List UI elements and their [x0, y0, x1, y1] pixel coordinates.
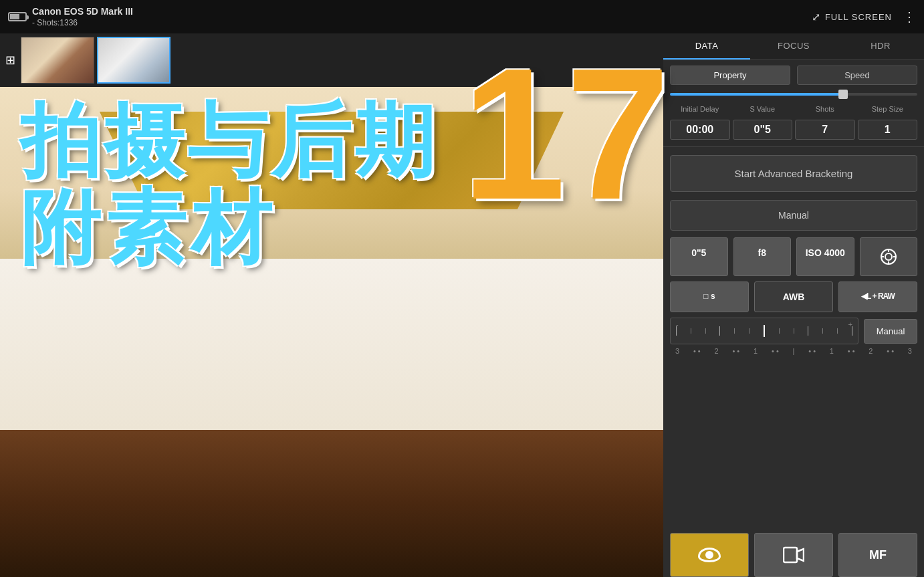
grid-view-icon[interactable]: ⊞: [5, 53, 15, 68]
drive-mode-button[interactable]: □ s: [670, 281, 749, 312]
initial-delay-label: Initial Delay: [670, 105, 730, 113]
ev-row: - + Manual: [663, 318, 924, 344]
thumbnail-strip: ⊞: [0, 33, 663, 87]
thumbnail-2[interactable]: [97, 37, 170, 84]
ev-tick: [705, 328, 706, 334]
shots-label: Shots: [795, 105, 855, 113]
ev-tick: [719, 326, 720, 336]
metering-icon: [879, 247, 898, 266]
slider-thumb[interactable]: [838, 90, 848, 99]
top-bar: Canon EOS 5D Mark III - Shots:1336 ⤢ FUL…: [0, 0, 924, 33]
tab-focus[interactable]: FOCUS: [750, 33, 837, 60]
settings-labels-row: Initial Delay S Value Shots Step Size: [663, 101, 924, 117]
property-speed-row: Property Speed: [663, 60, 924, 90]
svg-marker-7: [797, 549, 804, 561]
video-icon: [783, 546, 804, 564]
bottom-button-row: MF: [663, 533, 924, 577]
ev-num-dots6: • •: [887, 347, 894, 355]
ev-tick: [749, 328, 749, 334]
ev-ticks: [676, 326, 852, 336]
ev-num-center: |: [793, 347, 795, 355]
right-panel: DATA FOCUS HDR Property Speed Initial De…: [663, 33, 924, 577]
svg-point-1: [885, 253, 892, 260]
ev-num-dots2: • •: [732, 347, 739, 355]
ev-num-2left: 2: [715, 347, 719, 355]
speed-button[interactable]: Speed: [797, 66, 917, 85]
ev-tick: [734, 328, 735, 334]
camera-settings-row1: 0"5 f8 ISO 4000: [663, 237, 924, 276]
ev-plus-label: +: [848, 320, 852, 328]
bedroom-scene: [0, 87, 663, 577]
manual-button-top[interactable]: Manual: [670, 200, 917, 231]
ev-tick: [808, 326, 808, 336]
ev-scale[interactable]: - +: [670, 318, 858, 344]
ceiling-gold-accent: [100, 112, 564, 210]
video-button[interactable]: [754, 533, 833, 577]
ev-num-dots5: • •: [848, 347, 855, 355]
ev-center-tick: [764, 325, 765, 337]
property-button[interactable]: Property: [670, 66, 790, 85]
shots-info: - Shots:1336: [32, 18, 812, 27]
camera-title: Canon EOS 5D Mark III: [32, 6, 812, 17]
slider-track[interactable]: [670, 93, 917, 96]
ev-num-3left: 3: [675, 347, 679, 355]
ev-num-1left: 1: [754, 347, 758, 355]
more-menu-icon[interactable]: ⋮: [903, 9, 916, 25]
step-size-label: Step Size: [858, 105, 918, 113]
settings-values-row: 00:00 0"5 7 1: [663, 117, 924, 147]
start-advanced-bracketing-button[interactable]: Start Advanced Bracketing: [670, 155, 917, 192]
ev-num-2right: 2: [869, 347, 873, 355]
ev-tick: [794, 328, 794, 334]
ev-numbers: 3 • • 2 • • 1 • • | • • 1 • • 2 • • 3: [663, 347, 924, 355]
ev-num-dots3: • •: [772, 347, 779, 355]
camera-settings-row2: □ s AWB ◀L + RAW: [663, 281, 924, 312]
step-size-value[interactable]: 1: [858, 120, 918, 140]
liveview-button[interactable]: [670, 533, 749, 577]
top-bar-left: Canon EOS 5D Mark III - Shots:1336: [32, 6, 812, 27]
ev-num-3right: 3: [908, 347, 912, 355]
ev-manual-button[interactable]: Manual: [864, 319, 917, 344]
floor: [0, 430, 663, 577]
mf-button[interactable]: MF: [838, 533, 917, 577]
ev-num-1right: 1: [830, 347, 834, 355]
tab-hdr[interactable]: HDR: [837, 33, 924, 60]
white-balance-button[interactable]: AWB: [754, 281, 833, 312]
fullscreen-button[interactable]: ⤢ FULL SCREEN: [812, 11, 892, 23]
mf-label: MF: [869, 548, 887, 562]
iso-button[interactable]: ISO 4000: [796, 237, 854, 276]
shots-value[interactable]: 7: [795, 120, 855, 140]
fullscreen-label: FULL SCREEN: [825, 12, 892, 22]
ev-scale-inner: - +: [676, 326, 852, 336]
metering-button[interactable]: [860, 237, 918, 276]
ev-tick: [822, 328, 823, 334]
ev-tick: [779, 328, 780, 334]
ev-num-dots4: • •: [808, 347, 816, 355]
slider-fill: [670, 93, 843, 96]
ev-tick: [691, 328, 691, 334]
tab-data[interactable]: DATA: [663, 33, 750, 60]
ev-num-dots1: • •: [693, 347, 701, 355]
eye-icon: [698, 548, 721, 562]
battery-icon: [8, 12, 27, 21]
slider-row: [663, 90, 924, 101]
shutter-speed-button[interactable]: 0"5: [670, 237, 728, 276]
top-bar-right: ⤢ FULL SCREEN ⋮: [812, 9, 916, 25]
wall: [0, 259, 663, 431]
svg-rect-6: [784, 548, 797, 562]
s-value-value[interactable]: 0"5: [733, 120, 793, 140]
tabs-row: DATA FOCUS HDR: [663, 33, 924, 60]
fullscreen-icon: ⤢: [812, 11, 821, 23]
ev-minus-label: -: [676, 320, 679, 328]
initial-delay-value[interactable]: 00:00: [670, 120, 730, 140]
thumbnail-1[interactable]: [21, 37, 94, 84]
ev-tick: [837, 328, 838, 334]
s-value-label: S Value: [733, 105, 793, 113]
aperture-button[interactable]: f8: [733, 237, 792, 276]
main-image-area: 拍摄与后期 附素材: [0, 87, 663, 577]
quality-button[interactable]: ◀L + RAW: [838, 281, 917, 312]
